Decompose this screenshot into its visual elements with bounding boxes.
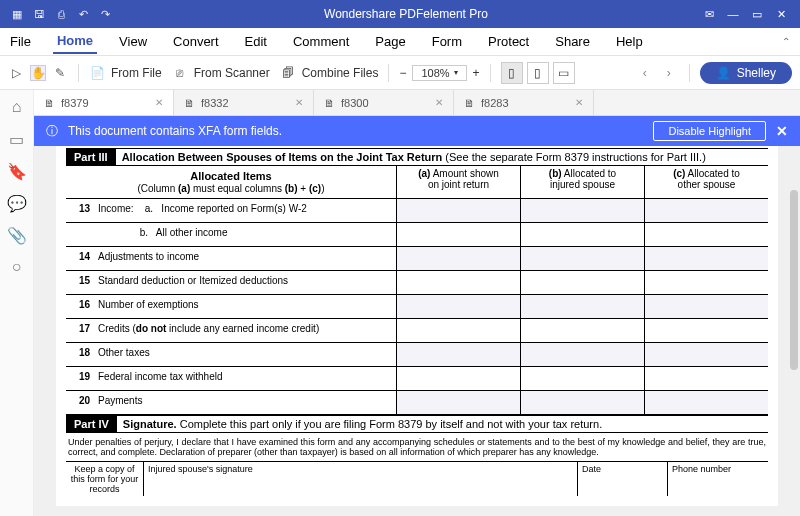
nav-next-icon[interactable]: ›: [659, 63, 679, 83]
print-icon[interactable]: ⎙: [54, 7, 68, 21]
form-field[interactable]: [520, 247, 644, 270]
form-field[interactable]: [644, 199, 768, 222]
form-field[interactable]: [520, 319, 644, 342]
tab-close-icon[interactable]: ✕: [575, 97, 583, 108]
form-field[interactable]: [644, 391, 768, 414]
disable-highlight-button[interactable]: Disable Highlight: [653, 121, 766, 141]
page-view-single-icon[interactable]: ▯: [501, 62, 523, 84]
search-panel-icon[interactable]: ○: [8, 258, 26, 276]
redo-icon[interactable]: ↷: [98, 7, 112, 21]
user-label: Shelley: [737, 66, 776, 80]
menu-protect[interactable]: Protect: [484, 30, 533, 53]
form-field[interactable]: [644, 367, 768, 390]
zoom-dropdown[interactable]: 108%▾: [412, 65, 466, 81]
form-field[interactable]: [644, 343, 768, 366]
form-field[interactable]: [396, 247, 520, 270]
edit-tool-icon[interactable]: ✎: [52, 65, 68, 81]
col-c: (c) Allocated toother spouse: [644, 166, 768, 198]
tab-close-icon[interactable]: ✕: [295, 97, 303, 108]
form-field[interactable]: [396, 391, 520, 414]
form-field[interactable]: [520, 271, 644, 294]
doc-icon: 🗎: [324, 97, 335, 109]
form-field[interactable]: [396, 319, 520, 342]
doc-tab-f8332[interactable]: 🗎f8332✕: [174, 90, 314, 115]
form-field[interactable]: [520, 367, 644, 390]
from-file-button[interactable]: 📄 From File: [89, 65, 162, 81]
combine-files-icon: 🗐: [280, 65, 296, 81]
combine-files-button[interactable]: 🗐 Combine Files: [280, 65, 379, 81]
menu-comment[interactable]: Comment: [289, 30, 353, 53]
document-viewport[interactable]: Part III Allocation Between Spouses of I…: [34, 146, 800, 516]
toolbar: ▷ ✋ ✎ 📄 From File ⎚ From Scanner 🗐 Combi…: [0, 56, 800, 90]
from-file-label: From File: [111, 66, 162, 80]
menu-convert[interactable]: Convert: [169, 30, 223, 53]
undo-icon[interactable]: ↶: [76, 7, 90, 21]
doc-tab-f8379[interactable]: 🗎f8379✕: [34, 90, 174, 115]
form-field[interactable]: [396, 343, 520, 366]
form-field[interactable]: [396, 199, 520, 222]
page-view-continuous-icon[interactable]: ▯: [527, 62, 549, 84]
zoom-value: 108%: [421, 67, 449, 79]
col-allocated: Allocated Items(Column (a) must equal co…: [66, 166, 396, 198]
menu-bar: File Home View Convert Edit Comment Page…: [0, 28, 800, 56]
tab-close-icon[interactable]: ✕: [435, 97, 443, 108]
chevron-down-icon: ▾: [454, 68, 458, 77]
zoom-out-button[interactable]: −: [399, 66, 406, 80]
form-field[interactable]: [520, 391, 644, 414]
keep-copy-label: Keep a copy of this form for your record…: [66, 462, 144, 496]
form-row: 18Other taxes: [66, 343, 768, 367]
form-field[interactable]: [396, 367, 520, 390]
menu-help[interactable]: Help: [612, 30, 647, 53]
form-field[interactable]: [520, 343, 644, 366]
form-field[interactable]: [644, 223, 768, 246]
form-field[interactable]: [396, 295, 520, 318]
mail-icon[interactable]: ✉: [700, 5, 718, 23]
user-button[interactable]: 👤 Shelley: [700, 62, 792, 84]
form-row: b. All other income: [66, 223, 768, 247]
form-field[interactable]: [644, 295, 768, 318]
close-icon[interactable]: ✕: [772, 5, 790, 23]
side-panel: ⌂ ▭ 🔖 💬 📎 ○: [0, 90, 34, 516]
form-field[interactable]: [520, 295, 644, 318]
menu-home[interactable]: Home: [53, 29, 97, 54]
nav-prev-icon[interactable]: ‹: [635, 63, 655, 83]
maximize-icon[interactable]: ▭: [748, 5, 766, 23]
form-field[interactable]: [644, 319, 768, 342]
form-field[interactable]: [520, 199, 644, 222]
part3-title: Allocation Between Spouses of Items on t…: [116, 149, 712, 165]
minimize-icon[interactable]: ―: [724, 5, 742, 23]
hand-tool-icon[interactable]: ✋: [30, 65, 46, 81]
bookmarks-icon[interactable]: 🔖: [8, 162, 26, 180]
save-icon[interactable]: 🖫: [32, 7, 46, 21]
menu-file[interactable]: File: [6, 30, 35, 53]
form-field[interactable]: [396, 271, 520, 294]
form-row: 15Standard deduction or Itemized deducti…: [66, 271, 768, 295]
menu-view[interactable]: View: [115, 30, 151, 53]
form-field[interactable]: [644, 247, 768, 270]
zoom-in-button[interactable]: +: [473, 66, 480, 80]
menu-form[interactable]: Form: [428, 30, 466, 53]
app-icon: ▦: [10, 7, 24, 21]
from-scanner-button[interactable]: ⎚ From Scanner: [172, 65, 270, 81]
tab-label: f8300: [341, 97, 369, 109]
menu-edit[interactable]: Edit: [241, 30, 271, 53]
form-field[interactable]: [644, 271, 768, 294]
banner-close-icon[interactable]: ✕: [776, 123, 788, 139]
doc-icon: 🗎: [184, 97, 195, 109]
home-panel-icon[interactable]: ⌂: [8, 98, 26, 116]
comments-icon[interactable]: 💬: [8, 194, 26, 212]
menu-share[interactable]: Share: [551, 30, 594, 53]
doc-tab-f8300[interactable]: 🗎f8300✕: [314, 90, 454, 115]
form-field[interactable]: [396, 223, 520, 246]
form-field[interactable]: [520, 223, 644, 246]
doc-tab-f8283[interactable]: 🗎f8283✕: [454, 90, 594, 115]
collapse-ribbon-icon[interactable]: ⌃: [778, 32, 794, 51]
scrollbar-thumb[interactable]: [790, 190, 798, 370]
thumbnails-icon[interactable]: ▭: [8, 130, 26, 148]
tab-close-icon[interactable]: ✕: [155, 97, 163, 108]
select-tool-icon[interactable]: ▷: [8, 65, 24, 81]
title-bar: ▦ 🖫 ⎙ ↶ ↷ Wondershare PDFelement Pro ✉ ―…: [0, 0, 800, 28]
page-view-facing-icon[interactable]: ▭: [553, 62, 575, 84]
menu-page[interactable]: Page: [371, 30, 409, 53]
attachments-icon[interactable]: 📎: [8, 226, 26, 244]
